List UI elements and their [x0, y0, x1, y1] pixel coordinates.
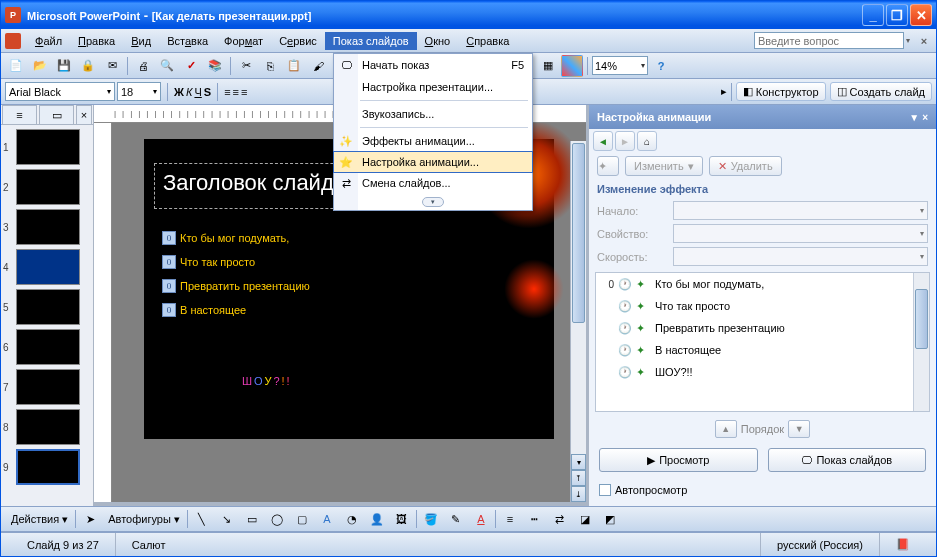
thumbnail-5[interactable]: 5	[3, 289, 91, 325]
taskpane-home-button[interactable]: ⌂	[637, 131, 657, 151]
outline-tab[interactable]: ≡	[2, 105, 37, 124]
animation-item[interactable]: 🕐✦В настоящее	[596, 339, 929, 361]
thumbnail-9[interactable]: 9	[3, 449, 91, 485]
menu-edit[interactable]: Правка	[70, 32, 123, 50]
taskpane-back-button[interactable]: ◄	[593, 131, 613, 151]
menu-file[interactable]: Файл	[27, 32, 70, 50]
align-center-button[interactable]: ≡	[233, 86, 239, 98]
animation-item[interactable]: 🕐✦Что так просто	[596, 295, 929, 317]
minimize-button[interactable]: _	[862, 4, 884, 26]
grid-button[interactable]: ▦	[537, 55, 559, 77]
thumbnail-7[interactable]: 7	[3, 369, 91, 405]
open-button[interactable]: 📂	[29, 55, 51, 77]
font-color-tool[interactable]: A	[470, 508, 492, 530]
menu-slide-transition[interactable]: ⇄Смена слайдов...	[334, 172, 532, 194]
picture-tool[interactable]: 🖼	[391, 508, 413, 530]
bold-button[interactable]: Ж	[174, 86, 184, 98]
thumbnail-8[interactable]: 8	[3, 409, 91, 445]
shadow-tool[interactable]: ◪	[574, 508, 596, 530]
line-style-tool[interactable]: ≡	[499, 508, 521, 530]
cut-button[interactable]: ✂	[235, 55, 257, 77]
taskpane-forward-button[interactable]: ►	[615, 131, 635, 151]
close-document-button[interactable]: ×	[916, 33, 932, 49]
maximize-button[interactable]: ❐	[886, 4, 908, 26]
status-language[interactable]: русский (Россия)	[761, 533, 880, 556]
new-button[interactable]: 📄	[5, 55, 27, 77]
menu-animation-schemes[interactable]: ✨Эффекты анимации...	[334, 130, 532, 152]
thumbnail-6[interactable]: 6	[3, 329, 91, 365]
rectangle-tool[interactable]: ▭	[241, 508, 263, 530]
menu-expand-button[interactable]: ▾	[334, 194, 532, 210]
list-scrollbar[interactable]	[913, 273, 929, 411]
email-button[interactable]: ✉	[101, 55, 123, 77]
format-painter-button[interactable]: 🖌	[307, 55, 329, 77]
research-button[interactable]: 📚	[204, 55, 226, 77]
menu-view[interactable]: Вид	[123, 32, 159, 50]
thumbnail-4[interactable]: 4	[3, 249, 91, 285]
move-down-button[interactable]: ▼	[788, 420, 810, 438]
clipart-tool[interactable]: 👤	[366, 508, 388, 530]
animation-list[interactable]: 0🕐✦Кто бы мог подумать,🕐✦Что так просто🕐…	[595, 272, 930, 412]
align-right-button[interactable]: ≡	[241, 86, 247, 98]
menu-custom-animation[interactable]: ⭐Настройка анимации...	[333, 151, 533, 173]
designer-button[interactable]: ◧Конструктор	[736, 82, 826, 101]
property-select[interactable]	[673, 224, 928, 243]
print-preview-button[interactable]: 🔍	[156, 55, 178, 77]
thumbnail-3[interactable]: 3	[3, 209, 91, 245]
font-size-select[interactable]: 18	[117, 82, 161, 101]
scroll-down-icon[interactable]: ▾	[571, 454, 586, 470]
help-dropdown-icon[interactable]: ▾	[906, 36, 910, 45]
animation-item[interactable]: 🕐✦Превратить презентацию	[596, 317, 929, 339]
underline-button[interactable]: Ч	[194, 86, 201, 98]
menu-format[interactable]: Формат	[216, 32, 271, 50]
slides-tab[interactable]: ▭	[39, 105, 74, 124]
close-button[interactable]: ✕	[910, 4, 932, 26]
status-spelling-icon[interactable]: 📕	[880, 533, 926, 556]
permission-button[interactable]: 🔒	[77, 55, 99, 77]
new-slide-button[interactable]: ◫Создать слайд	[830, 82, 932, 101]
vertical-ruler[interactable]	[94, 123, 112, 502]
line-color-tool[interactable]: ✎	[445, 508, 467, 530]
close-thumbnails-button[interactable]: ×	[76, 105, 92, 124]
print-button[interactable]: 🖨	[132, 55, 154, 77]
color-button[interactable]	[561, 55, 583, 77]
select-tool[interactable]: ➤	[79, 508, 101, 530]
copy-button[interactable]: ⎘	[259, 55, 281, 77]
animation-item[interactable]: 0🕐✦Кто бы мог подумать,	[596, 273, 929, 295]
arrow-tool[interactable]: ↘	[216, 508, 238, 530]
menu-slideshow[interactable]: Показ слайдов	[325, 32, 417, 50]
body-line[interactable]: 0В настоящее	[162, 301, 246, 317]
body-line[interactable]: 0Кто бы мог подумать,	[162, 229, 289, 245]
vertical-scrollbar[interactable]: ▾ ⤒ ⤓	[570, 141, 586, 502]
textbox-tool[interactable]: ▢	[291, 508, 313, 530]
menu-tools[interactable]: Сервис	[271, 32, 325, 50]
help-button[interactable]: ?	[650, 55, 672, 77]
save-button[interactable]: 💾	[53, 55, 75, 77]
diagram-tool[interactable]: ◔	[341, 508, 363, 530]
menu-insert[interactable]: Вставка	[159, 32, 216, 50]
menu-window[interactable]: Окно	[417, 32, 459, 50]
oval-tool[interactable]: ◯	[266, 508, 288, 530]
spelling-button[interactable]: ✓	[180, 55, 202, 77]
scrollbar-thumb[interactable]	[572, 143, 585, 323]
autoshapes-menu[interactable]: Автофигуры ▾	[104, 513, 184, 526]
thumbnail-2[interactable]: 2	[3, 169, 91, 205]
preview-button[interactable]: ▶ Просмотр	[599, 448, 758, 472]
font-name-select[interactable]: Arial Black	[5, 82, 115, 101]
delete-effect-button[interactable]: ✕Удалить	[709, 156, 782, 176]
menu-start-show[interactable]: 🖵Начать показF5	[334, 54, 532, 76]
change-effect-button[interactable]: Изменить ▾	[625, 156, 703, 176]
speed-select[interactable]	[673, 247, 928, 266]
taskpane-dropdown-icon[interactable]: ▼	[909, 112, 919, 123]
fill-color-tool[interactable]: 🪣	[420, 508, 442, 530]
animation-item[interactable]: 🕐✦ШОУ?!!	[596, 361, 929, 383]
arrow-style-tool[interactable]: ⇄	[549, 508, 571, 530]
taskpane-close-icon[interactable]: ×	[922, 112, 928, 123]
thumbnail-1[interactable]: 1	[3, 129, 91, 165]
expand-toolbar-icon[interactable]: ▸	[721, 85, 727, 98]
wordart-tool[interactable]: A	[316, 508, 338, 530]
align-left-button[interactable]: ≡	[224, 86, 230, 98]
line-tool[interactable]: ╲	[191, 508, 213, 530]
body-line[interactable]: 0Превратить презентацию	[162, 277, 310, 293]
italic-button[interactable]: К	[186, 86, 192, 98]
